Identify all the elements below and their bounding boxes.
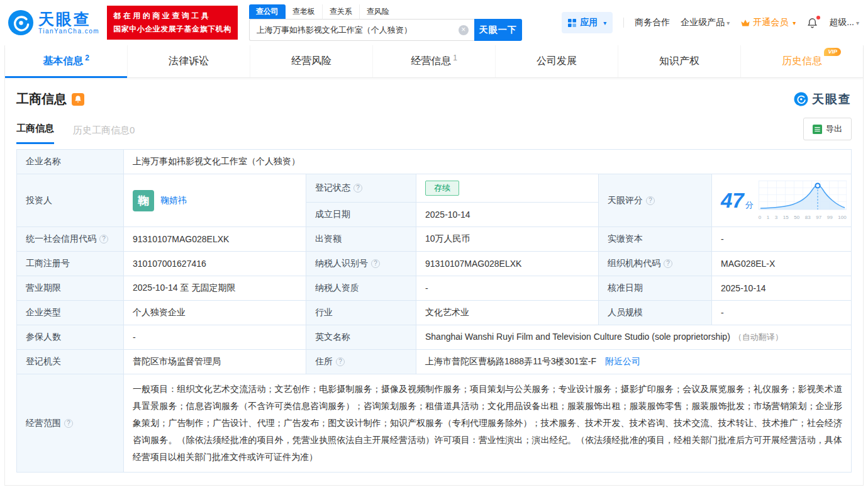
subtab-bar: 工商信息 历史工商信息0 导出 [16,118,852,144]
clear-search-icon[interactable]: × [459,25,469,35]
field-value-company-name: 上海万事如祎影视文化工作室（个人独资） [124,150,852,174]
subtab-business-info[interactable]: 工商信息 [16,123,54,144]
nav-user-label: 超级... [829,17,854,28]
table-row: 经营范围? 一般项目：组织文化艺术交流活动；文艺创作；电影摄制服务；摄像及视频制… [17,374,852,473]
tianyancha-logo[interactable]: 天眼查 TianYanCha.com [8,9,99,36]
field-label-industry: 行业 [306,301,416,325]
table-row: 营业期限 2025-10-14 至 无固定期限 纳税人资质 - 核准日期 202… [17,276,852,301]
slogan-line1: 都在用的商业查询工具 [113,9,231,23]
tab-history-info-label: 历史信息 [782,55,822,66]
field-label-score: 天眼评分? [599,174,712,227]
investor-name-link[interactable]: 鞠婧祎 [160,195,187,206]
field-label-credit-code: 统一社会信用代码? [17,227,124,252]
nav-open-membership-label: 开通会员 [753,17,788,28]
field-label-establish-date: 成立日期 [306,203,416,227]
field-value-investor: 鞠 鞠婧祎 [124,174,306,227]
monitor-bell-icon[interactable] [72,93,84,106]
field-label-paid-capital: 实缴资本 [599,227,712,252]
field-label-address: 住所? [306,350,416,374]
nav-open-membership[interactable]: 开通会员 ▾ [740,17,796,28]
field-value-registration-authority: 普陀区市场监督管理局 [124,350,306,374]
notification-dot [816,16,820,20]
field-value-business-scope: 一般项目：组织文化艺术交流活动；文艺创作；电影摄制服务；摄像及视频制作服务；项目… [124,374,852,473]
nearby-companies-link[interactable]: 附近公司 [605,356,640,366]
chevron-down-icon: ▾ [793,20,796,26]
field-value-industry: 文化艺术业 [416,301,599,325]
score-axis: 0131550839799100 [759,215,847,220]
tab-intellectual-property[interactable]: 知识产权 [618,45,740,77]
help-icon[interactable]: ? [646,196,655,205]
field-value-taxpayer-quality: - [416,276,599,301]
tab-legal-proceedings-label: 法律诉讼 [169,55,209,68]
export-excel-icon [813,125,822,134]
watermark-text: 天眼查 [812,91,852,108]
search-tab-risk[interactable]: 查风险 [360,4,396,19]
export-button-label: 导出 [826,123,842,135]
tab-operating-info[interactable]: 经营信息 1 [372,45,495,77]
tab-company-development[interactable]: 公司发展 [495,45,618,77]
table-row: 投资人 鞠 鞠婧祎 登记状态? 存续 天眼评分? [17,174,852,203]
search-tab-bar: 查公司 查老板 查关系 查风险 [249,4,522,19]
help-icon[interactable]: ? [64,419,73,428]
header: 天眼查 TianYanCha.com 都在用的商业查询工具 国家中小企业发展子基… [0,0,868,45]
search-input[interactable] [249,19,474,41]
field-label-staff-size: 人员规模 [599,301,712,325]
score-number: 47 [721,189,744,212]
auto-translate-note: （自动翻译） [734,332,783,342]
help-icon[interactable]: ? [336,357,345,366]
field-value-registration-number: 310107001627416 [124,252,306,276]
divider [623,18,624,28]
tab-basic-info[interactable]: 基本信息 2 [5,45,127,77]
help-icon[interactable]: ? [99,235,108,244]
chevron-down-icon: ▾ [856,20,859,26]
tab-operating-risk[interactable]: 经营风险 [250,45,372,77]
table-row: 企业类型 个人独资企业 行业 文化艺术业 人员规模 - [17,301,852,325]
apps-menu-button[interactable]: 应用 ▾ [562,12,613,33]
notification-bell-icon[interactable] [806,17,818,29]
field-value-business-term: 2025-10-14 至 无固定期限 [124,276,306,301]
field-value-registration-status: 存续 [416,174,599,203]
slogan-banner: 都在用的商业查询工具 国家中小企业发展子基金旗下机构 [107,6,238,40]
nav-enterprise-products[interactable]: 企业级产品 ▾ [681,17,730,28]
search-tab-relation[interactable]: 查关系 [323,4,360,19]
field-value-company-type: 个人独资企业 [124,301,306,325]
tab-legal-proceedings[interactable]: 法律诉讼 [127,45,250,77]
section-header: 工商信息 天眼查 [16,91,852,108]
export-button[interactable]: 导出 [803,118,852,140]
field-label-company-name: 企业名称 [17,150,124,174]
field-label-insured-count: 参保人数 [17,325,124,350]
section-title: 工商信息 [16,91,67,108]
field-value-credit-code: 91310107MAG028ELXK [124,227,306,252]
investor-avatar[interactable]: 鞠 [133,190,154,211]
field-value-address: 上海市普陀区曹杨路1888弄11号3楼301室-F 附近公司 [416,350,852,374]
content-frame: 基本信息 2 法律诉讼 经营风险 经营信息 1 公司发展 知识产权 历史信息 V… [4,45,864,486]
score-unit: 分 [745,200,754,210]
field-label-taxpayer-id: 纳税人识别号? [306,252,416,276]
watermark-logo-icon [794,92,808,106]
tab-operating-info-label: 经营信息 [411,55,451,68]
score-chart: 0131550839799100 [759,181,847,220]
tab-history-info[interactable]: 历史信息 VIP [740,45,863,77]
search-button[interactable]: 天眼一下 [474,19,522,41]
search-tab-company[interactable]: 查公司 [249,4,286,19]
business-info-table: 企业名称 上海万事如祎影视文化工作室（个人独资） 投资人 鞠 鞠婧祎 登记状态?… [16,149,852,473]
apps-menu-label: 应用 [580,17,598,28]
field-value-establish-date: 2025-10-14 [416,203,599,227]
subtab-history-business-info[interactable]: 历史工商信息0 [73,125,135,144]
help-icon[interactable]: ? [371,259,380,268]
nav-business-cooperation[interactable]: 商务合作 [635,17,670,28]
field-label-registration-authority: 登记机关 [17,350,124,374]
field-value-staff-size: - [712,301,852,325]
search-box: × 天眼一下 [249,19,522,41]
table-row: 参保人数 - 英文名称 Shanghai Wanshi Ruyi Film an… [17,325,852,350]
table-row: 工商注册号 310107001627416 纳税人识别号? 91310107MA… [17,252,852,276]
slogan-line2: 国家中小企业发展子基金旗下机构 [113,23,231,36]
chevron-down-icon: ▾ [603,20,606,26]
nav-user-menu[interactable]: 超级... ▾ [829,17,859,28]
apps-grid-icon [568,19,576,27]
help-icon[interactable]: ? [353,184,362,193]
help-icon[interactable]: ? [664,259,672,268]
search-tab-boss[interactable]: 查老板 [286,4,323,19]
field-value-score[interactable]: 47分 [712,174,852,227]
field-label-approval-date: 核准日期 [599,276,712,301]
